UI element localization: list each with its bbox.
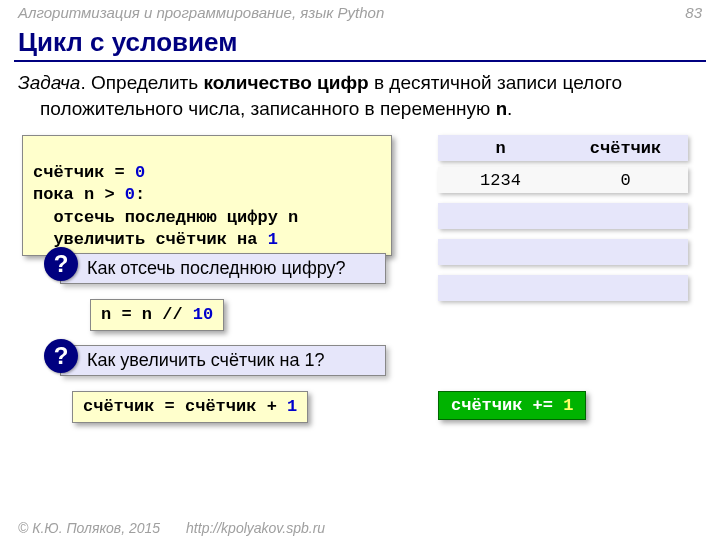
task-lead: Задача <box>18 72 80 93</box>
col-counter: счётчик <box>563 135 688 161</box>
answer-box-2: счётчик = счётчик + 1 <box>72 391 308 423</box>
question-box-2: Как увеличить счётчик на 1? <box>60 345 386 376</box>
copyright: © К.Ю. Поляков, 2015 <box>18 520 160 536</box>
col-n: n <box>438 135 563 161</box>
task-text: Задача. Определить количество цифр в дес… <box>0 62 720 123</box>
footer-url: http://kpolyakov.spb.ru <box>186 520 325 536</box>
table-row <box>438 239 688 265</box>
task-bold: количество цифр <box>203 72 368 93</box>
pseudocode-box: счётчик = 0 пока n > 0: отсечь последнюю… <box>22 135 392 255</box>
trace-table: n счётчик 1234 0 <box>438 135 688 311</box>
table-row <box>438 203 688 229</box>
page-number: 83 <box>685 4 702 21</box>
question-box-1: Как отсечь последнюю цифру? <box>60 253 386 284</box>
task-var: n <box>496 99 507 121</box>
table-header: n счётчик <box>438 135 688 161</box>
header: Алгоритмизация и программирование, язык … <box>0 0 720 21</box>
footer: © К.Ю. Поляков, 2015 http://kpolyakov.sp… <box>0 520 720 536</box>
page-title: Цикл с условием <box>0 21 720 58</box>
table-row: 1234 0 <box>438 167 688 193</box>
table-row <box>438 275 688 301</box>
answer-box-3: счётчик += 1 <box>438 391 586 420</box>
course-title: Алгоритмизация и программирование, язык … <box>18 4 384 21</box>
answer-box-1: n = n // 10 <box>90 299 224 331</box>
